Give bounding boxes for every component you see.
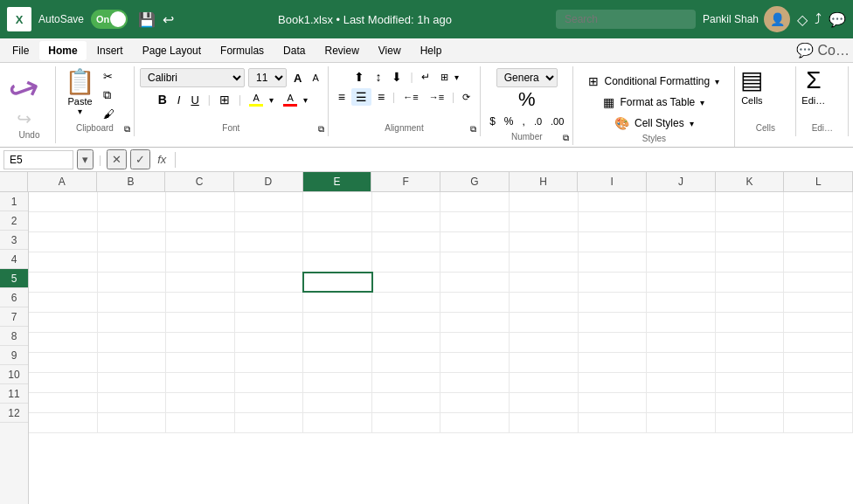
cell-B2[interactable] bbox=[98, 212, 167, 231]
align-left-button[interactable]: ≡ bbox=[334, 88, 350, 106]
align-right-button[interactable]: ≡ bbox=[373, 88, 389, 106]
increase-indent-button[interactable]: →≡ bbox=[425, 90, 448, 104]
cell-K5[interactable] bbox=[716, 273, 785, 292]
cell-J7[interactable] bbox=[647, 313, 716, 332]
row-num-11[interactable]: 11 bbox=[0, 384, 28, 404]
cell-J2[interactable] bbox=[647, 212, 716, 231]
decrease-indent-button[interactable]: ←≡ bbox=[399, 90, 422, 104]
cell-J4[interactable] bbox=[647, 252, 716, 272]
cell-L12[interactable] bbox=[784, 413, 853, 432]
menu-home[interactable]: Home bbox=[39, 41, 86, 60]
cell-I3[interactable] bbox=[579, 232, 648, 252]
cell-B4[interactable] bbox=[98, 252, 167, 272]
formula-input[interactable] bbox=[181, 152, 850, 168]
orientation-button[interactable]: ⟳ bbox=[458, 90, 475, 105]
cell-H5[interactable] bbox=[510, 273, 579, 292]
cell-styles-dropdown[interactable]: ▾ bbox=[690, 119, 694, 128]
cell-G4[interactable] bbox=[440, 252, 510, 272]
menu-formulas[interactable]: Formulas bbox=[212, 41, 273, 60]
paste-dropdown-icon[interactable]: ▾ bbox=[78, 107, 82, 116]
cell-G1[interactable] bbox=[440, 192, 510, 211]
cell-J11[interactable] bbox=[647, 393, 716, 412]
share-icon[interactable]: ⤴ bbox=[815, 11, 822, 27]
cell-C5[interactable] bbox=[166, 273, 235, 292]
col-header-A[interactable]: A bbox=[28, 172, 97, 191]
cell-B5[interactable] bbox=[98, 273, 167, 292]
cell-L3[interactable] bbox=[784, 232, 853, 252]
cell-L5[interactable] bbox=[784, 273, 853, 292]
cell-styles-button[interactable]: 🎨 Cell Styles ▾ bbox=[609, 114, 699, 133]
cell-E4[interactable] bbox=[303, 252, 372, 272]
cell-J1[interactable] bbox=[647, 192, 716, 211]
cell-B3[interactable] bbox=[98, 232, 167, 252]
cell-I8[interactable] bbox=[579, 333, 648, 352]
cell-L6[interactable] bbox=[784, 293, 853, 312]
accounting-button[interactable]: $ bbox=[486, 112, 499, 131]
cell-B8[interactable] bbox=[98, 333, 167, 352]
align-center-button[interactable]: ☰ bbox=[351, 88, 371, 106]
cell-K8[interactable] bbox=[716, 333, 785, 352]
format-as-table-button[interactable]: ▦ Format as Table ▾ bbox=[598, 93, 710, 112]
cell-A1[interactable] bbox=[29, 192, 98, 211]
undo-arrow[interactable]: ↩ bbox=[3, 67, 45, 112]
paste-button[interactable]: 📋 Paste ▾ bbox=[61, 68, 99, 118]
cell-D6[interactable] bbox=[235, 293, 304, 312]
cell-H11[interactable] bbox=[510, 393, 579, 412]
cell-E2[interactable] bbox=[303, 212, 372, 231]
cell-C8[interactable] bbox=[166, 333, 235, 352]
cell-K10[interactable] bbox=[716, 373, 785, 392]
cell-F10[interactable] bbox=[372, 373, 441, 392]
cell-I11[interactable] bbox=[579, 393, 648, 412]
menu-insert[interactable]: Insert bbox=[88, 41, 132, 60]
cell-K1[interactable] bbox=[716, 192, 785, 211]
cell-I6[interactable] bbox=[579, 293, 648, 312]
cell-B12[interactable] bbox=[98, 413, 167, 432]
cell-D8[interactable] bbox=[235, 333, 304, 352]
cell-B10[interactable] bbox=[98, 373, 167, 392]
font-color-dropdown[interactable]: ▾ bbox=[303, 95, 308, 105]
cell-F7[interactable] bbox=[372, 313, 441, 332]
cell-G12[interactable] bbox=[440, 413, 510, 432]
cell-D7[interactable] bbox=[235, 313, 304, 332]
cell-H10[interactable] bbox=[510, 373, 579, 392]
cell-K4[interactable] bbox=[716, 252, 785, 272]
cell-J8[interactable] bbox=[647, 333, 716, 352]
redo-arrow[interactable]: ↩ bbox=[17, 108, 31, 129]
cell-L9[interactable] bbox=[784, 353, 853, 372]
comments-icon[interactable]: 💬 Co… bbox=[796, 42, 850, 59]
cell-H3[interactable] bbox=[510, 232, 579, 252]
autosave-toggle[interactable]: On bbox=[91, 10, 128, 29]
conditional-formatting-dropdown[interactable]: ▾ bbox=[715, 77, 719, 86]
cell-G6[interactable] bbox=[440, 293, 510, 312]
cell-A8[interactable] bbox=[29, 333, 98, 352]
cell-F11[interactable] bbox=[372, 393, 441, 412]
cell-I2[interactable] bbox=[579, 212, 648, 231]
align-bottom-button[interactable]: ⬇ bbox=[387, 68, 406, 86]
number-format-select[interactable]: General bbox=[496, 68, 558, 87]
cell-K11[interactable] bbox=[716, 393, 785, 412]
cell-L1[interactable] bbox=[784, 192, 853, 211]
cell-I1[interactable] bbox=[579, 192, 648, 211]
col-header-L[interactable]: L bbox=[784, 172, 853, 191]
col-header-D[interactable]: D bbox=[234, 172, 303, 191]
cell-I12[interactable] bbox=[579, 413, 648, 432]
cell-A5[interactable] bbox=[29, 273, 98, 292]
align-top-button[interactable]: ⬆ bbox=[350, 68, 369, 86]
cell-I9[interactable] bbox=[579, 353, 648, 372]
editing-icon[interactable]: Σ bbox=[806, 68, 821, 93]
cell-I4[interactable] bbox=[579, 252, 648, 272]
col-header-C[interactable]: C bbox=[165, 172, 234, 191]
cell-H8[interactable] bbox=[510, 333, 579, 352]
cell-K7[interactable] bbox=[716, 313, 785, 332]
cell-J9[interactable] bbox=[647, 353, 716, 372]
cell-C3[interactable] bbox=[166, 232, 235, 252]
cell-I5[interactable] bbox=[579, 273, 648, 292]
cell-E11[interactable] bbox=[303, 393, 372, 412]
cell-H6[interactable] bbox=[510, 293, 579, 312]
cell-B9[interactable] bbox=[98, 353, 167, 372]
cell-B11[interactable] bbox=[98, 393, 167, 412]
confirm-formula-button[interactable]: ✓ bbox=[130, 149, 150, 169]
formula-expand-button[interactable]: ▾ bbox=[77, 149, 94, 169]
cell-K6[interactable] bbox=[716, 293, 785, 312]
cell-J12[interactable] bbox=[647, 413, 716, 432]
